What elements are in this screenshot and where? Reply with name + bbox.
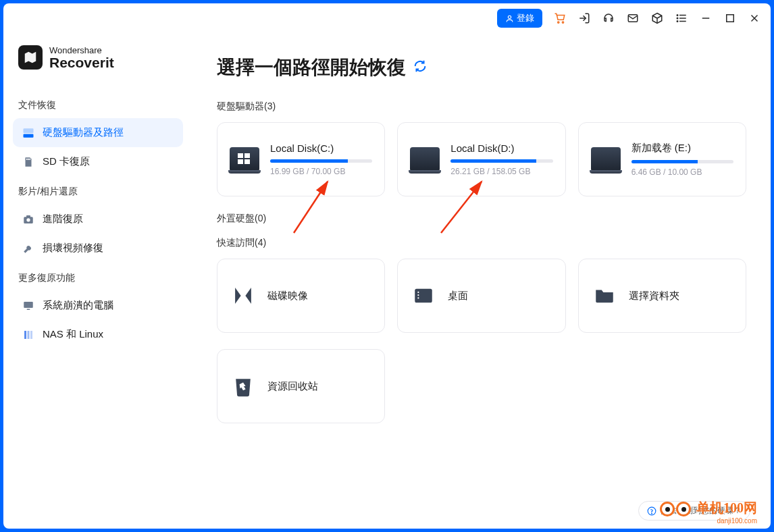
quick-grid: 磁碟映像 桌面 選擇資料夾 [217, 259, 746, 333]
sidebar-item-advanced-recovery[interactable]: 進階復原 [13, 205, 183, 234]
drives-grid: Local Disk(C:) 16.99 GB / 70.00 GB Local… [217, 122, 746, 196]
drive-card-c[interactable]: Local Disk(C:) 16.99 GB / 70.00 GB [217, 122, 385, 196]
hdd-icon [22, 127, 34, 139]
svg-point-30 [418, 297, 419, 298]
close-icon[interactable] [748, 11, 761, 25]
sidebar-item-sd-recovery[interactable]: SD 卡復原 [13, 147, 183, 176]
watermark-eyes-icon [660, 502, 691, 516]
svg-rect-23 [27, 309, 30, 310]
sidebar-section-more: 更多復原功能 [13, 265, 183, 291]
svg-rect-27 [415, 289, 433, 302]
svg-point-7 [677, 15, 678, 16]
svg-rect-26 [30, 331, 32, 339]
svg-rect-24 [24, 331, 26, 339]
svg-point-28 [418, 292, 419, 293]
svg-rect-17 [28, 158, 29, 159]
svg-rect-21 [26, 215, 30, 217]
svg-point-20 [26, 218, 30, 221]
server-icon [22, 329, 34, 341]
section-label-quick: 快速訪問(4) [217, 237, 746, 249]
svg-point-8 [677, 18, 678, 19]
folder-icon [591, 282, 618, 309]
drive-icon [410, 147, 440, 171]
quick-card-desktop[interactable]: 桌面 [397, 259, 565, 333]
svg-point-9 [677, 21, 678, 22]
sidebar-section-file-recovery: 文件恢復 [13, 92, 183, 118]
sidebar-item-drives-paths[interactable]: 硬盤驅動器及路徑 [13, 118, 183, 147]
main-content: 選擇一個路徑開始恢復 硬盤驅動器(3) Local Disk(C:) 16.99… [192, 33, 771, 529]
quick-card-disk-image[interactable]: 磁碟映像 [217, 259, 385, 333]
refresh-icon[interactable] [413, 57, 428, 78]
disk-image-icon [230, 282, 257, 309]
sidebar-item-nas-linux[interactable]: NAS 和 Linux [13, 320, 183, 349]
logo: Wondershare Recoverit [13, 33, 183, 90]
svg-rect-11 [727, 15, 734, 22]
mail-icon[interactable] [626, 11, 640, 25]
page-title: 選擇一個路徑開始恢復 [217, 55, 746, 80]
support-icon[interactable] [602, 11, 615, 25]
drive-card-e[interactable]: 新加载卷 (E:) 6.46 GB / 10.00 GB [578, 122, 746, 196]
cube-icon[interactable] [650, 11, 664, 25]
monitor-icon [22, 300, 34, 312]
import-icon[interactable] [577, 11, 591, 25]
svg-rect-22 [24, 302, 33, 308]
sidebar-section-media-restore: 影片/相片還原 [13, 179, 183, 205]
quick-card-recycle-bin[interactable]: 資源回收站 [217, 349, 385, 423]
section-label-drives: 硬盤驅動器(3) [217, 101, 746, 113]
svg-point-0 [508, 16, 511, 18]
logo-icon [18, 45, 43, 70]
wrench-icon [22, 242, 34, 255]
drive-icon [230, 147, 259, 171]
drive-icon [591, 147, 621, 171]
titlebar: 登錄 [3, 3, 771, 33]
sd-card-icon [22, 156, 34, 168]
svg-point-34 [652, 513, 652, 514]
minimize-icon[interactable] [699, 11, 713, 25]
sidebar-item-video-repair[interactable]: 損壞視頻修復 [13, 234, 183, 263]
svg-rect-15 [24, 128, 34, 133]
watermark: 单机100网 danji100.com [696, 499, 757, 525]
svg-rect-14 [24, 134, 34, 137]
section-label-external: 外置硬盤(0) [217, 213, 746, 225]
svg-rect-18 [30, 158, 31, 159]
list-icon[interactable] [675, 11, 688, 25]
svg-rect-25 [28, 331, 30, 339]
cart-icon[interactable] [553, 11, 567, 25]
sidebar: Wondershare Recoverit 文件恢復 硬盤驅動器及路徑 SD 卡… [3, 33, 192, 529]
svg-rect-16 [26, 158, 28, 159]
quick-card-select-folder[interactable]: 選擇資料夾 [578, 259, 746, 333]
svg-point-1 [558, 22, 559, 23]
app-window: 登錄 Wondershare Recoverit 文件恢復 [3, 3, 771, 529]
svg-point-29 [418, 294, 419, 296]
sidebar-item-crashed-pc[interactable]: 系統崩潰的電腦 [13, 291, 183, 320]
desktop-icon [410, 282, 437, 309]
svg-point-2 [562, 22, 563, 23]
login-button[interactable]: 登錄 [497, 9, 542, 28]
camera-icon [22, 213, 34, 225]
recycle-bin-icon [230, 373, 257, 400]
drive-card-d[interactable]: Local Disk(D:) 26.21 GB / 158.05 GB [397, 122, 565, 196]
maximize-icon[interactable] [723, 11, 737, 25]
